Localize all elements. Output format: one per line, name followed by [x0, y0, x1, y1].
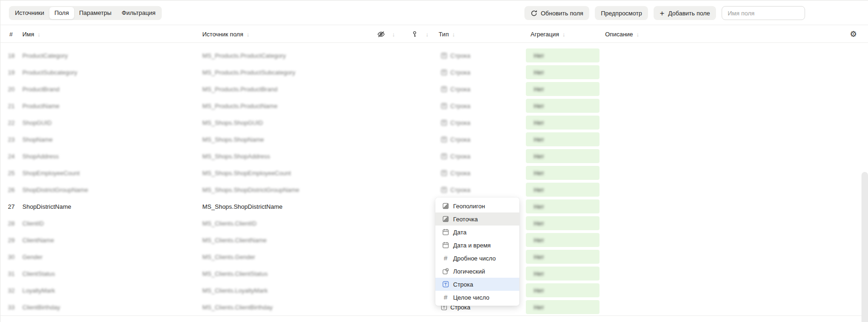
- field-name-input[interactable]: [722, 6, 805, 20]
- tab-Параметры[interactable]: Параметры: [74, 7, 117, 19]
- column-source[interactable]: Источник поля ↓: [202, 25, 249, 43]
- refresh-fields-button[interactable]: Обновить поля: [524, 6, 589, 20]
- type-menu-item[interactable]: Геополигон: [435, 199, 519, 212]
- string-type-icon: [441, 52, 448, 59]
- sort-arrow-icon[interactable]: ↓: [426, 31, 429, 38]
- column-description[interactable]: Описание ↓: [605, 25, 639, 43]
- table-row: 32 LoyaltyMark MS_Clients.LoyaltyMark Ст…: [0, 282, 868, 299]
- row-number: 19: [8, 64, 14, 81]
- sort-arrow-icon[interactable]: ↓: [37, 31, 41, 38]
- field-name[interactable]: ShopDistrictGroupName: [22, 181, 88, 198]
- string-type-icon: [441, 69, 448, 76]
- field-name[interactable]: ShopGUID: [22, 114, 52, 131]
- field-type[interactable]: Строка: [441, 131, 470, 148]
- field-type[interactable]: Строка: [441, 114, 470, 131]
- column-visibility[interactable]: ↓: [377, 25, 395, 43]
- type-menu-item-label: Строка: [453, 281, 473, 288]
- field-name[interactable]: ProductCategory: [22, 47, 68, 64]
- column-name[interactable]: Имя ↓: [22, 25, 41, 43]
- table-row: 24 ShopAddress MS_Shops.ShopAddress Стро…: [0, 148, 868, 164]
- type-menu-item[interactable]: # Дробное число: [435, 252, 519, 265]
- dataset-editor: Источники Поля Параметры Фильтрация Обно…: [0, 0, 868, 322]
- aggregation-select[interactable]: Нет: [526, 216, 599, 230]
- field-name[interactable]: ProductBrand: [22, 81, 60, 97]
- field-name[interactable]: ShopEmployeeCount: [22, 164, 80, 181]
- field-name[interactable]: ShopDistrictName: [22, 198, 71, 215]
- type-menu-item[interactable]: Геоточка: [435, 212, 519, 226]
- preview-button[interactable]: Предпросмотр: [595, 6, 648, 20]
- sort-arrow-icon[interactable]: ↓: [562, 31, 565, 38]
- sort-arrow-icon[interactable]: ↓: [247, 31, 250, 38]
- aggregation-select[interactable]: Нет: [526, 116, 599, 130]
- aggregation-select[interactable]: Нет: [526, 166, 599, 180]
- sort-arrow-icon[interactable]: ↓: [636, 31, 640, 38]
- tab-Поля[interactable]: Поля: [49, 7, 74, 19]
- aggregation-label: Нет: [534, 186, 544, 193]
- field-type[interactable]: Строка: [441, 148, 470, 164]
- aggregation-select[interactable]: Нет: [526, 300, 599, 314]
- row-number: 18: [8, 47, 14, 64]
- field-type[interactable]: Строка: [441, 164, 470, 181]
- sort-arrow-icon[interactable]: ↓: [452, 31, 455, 38]
- tab-Фильтрация[interactable]: Фильтрация: [117, 7, 161, 19]
- field-name[interactable]: ClientStatus: [22, 265, 55, 282]
- field-name[interactable]: Gender: [22, 248, 42, 265]
- aggregation-select[interactable]: Нет: [526, 267, 599, 281]
- type-menu-item[interactable]: Строка: [435, 278, 519, 291]
- field-name[interactable]: ClientName: [22, 232, 54, 248]
- field-source: MS_Shops.ShopDistrictName: [202, 198, 282, 215]
- aggregation-select[interactable]: Нет: [526, 132, 599, 146]
- aggregation-select[interactable]: Нет: [526, 199, 599, 213]
- field-name[interactable]: ClientBirthday: [22, 299, 60, 315]
- field-name[interactable]: ShopName: [22, 131, 53, 148]
- aggregation-select[interactable]: Нет: [526, 99, 599, 113]
- table-settings-gear-icon[interactable]: ⚙: [850, 25, 857, 43]
- type-menu-item[interactable]: Дата и время: [435, 239, 519, 252]
- aggregation-select[interactable]: Нет: [526, 65, 599, 79]
- column-key[interactable]: ↓: [411, 25, 429, 43]
- field-source: MS_Clients.ClientID: [202, 215, 256, 232]
- field-source: MS_Clients.ClientBirthday: [202, 299, 273, 315]
- type-menu-item[interactable]: Логический: [435, 265, 519, 278]
- tab-Источники[interactable]: Источники: [10, 7, 49, 19]
- column-type[interactable]: Тип ↓: [439, 25, 455, 43]
- sort-arrow-icon[interactable]: ↓: [392, 31, 395, 38]
- field-type[interactable]: Строка: [441, 64, 470, 81]
- table-row: 31 ClientStatus MS_Clients.ClientStatus …: [0, 265, 868, 282]
- calendar-icon: [442, 228, 449, 236]
- aggregation-select[interactable]: Нет: [526, 48, 599, 62]
- aggregation-select[interactable]: Нет: [526, 82, 599, 96]
- add-field-button[interactable]: + Добавить поле: [654, 6, 716, 20]
- field-type[interactable]: Строка: [441, 47, 470, 64]
- aggregation-select[interactable]: Нет: [526, 233, 599, 247]
- field-source: MS_Clients.LoyaltyMark: [202, 282, 268, 299]
- table-row: 29 ClientName MS_Clients.ClientName Стро…: [0, 232, 868, 248]
- row-number: 26: [8, 181, 14, 198]
- eye-off-icon: [377, 30, 385, 38]
- field-name[interactable]: ProductName: [22, 97, 59, 114]
- type-menu-item-label: Геоточка: [453, 216, 478, 223]
- field-source: MS_Clients.Gender: [202, 248, 255, 265]
- field-type[interactable]: Строка: [441, 97, 470, 114]
- field-source: MS_Shops.ShopDistrictGroupName: [202, 181, 299, 198]
- field-name[interactable]: ShopAddress: [22, 148, 59, 164]
- aggregation-label: Нет: [534, 52, 544, 59]
- field-type[interactable]: Строка: [441, 181, 470, 198]
- aggregation-select[interactable]: Нет: [526, 283, 599, 297]
- aggregation-select[interactable]: Нет: [526, 149, 599, 163]
- column-number: #: [9, 25, 13, 43]
- toolbar: Источники Поля Параметры Фильтрация Обно…: [0, 0, 868, 25]
- field-name[interactable]: LoyaltyMark: [22, 282, 55, 299]
- type-menu-item[interactable]: Дата: [435, 226, 519, 239]
- aggregation-select[interactable]: Нет: [526, 250, 599, 264]
- type-menu-item[interactable]: # Целое число: [435, 291, 519, 304]
- string-type-icon: [441, 186, 448, 193]
- aggregation-select[interactable]: Нет: [526, 183, 599, 197]
- field-name[interactable]: ProductSubcategory: [22, 64, 77, 81]
- column-aggregation[interactable]: Агрегация ↓: [530, 25, 565, 43]
- field-type[interactable]: Строка: [441, 81, 470, 97]
- table-row: 20 ProductBrand MS_Products.ProductBrand…: [0, 81, 868, 97]
- vertical-scrollbar-thumb[interactable]: [861, 172, 868, 322]
- row-number: 22: [8, 114, 14, 131]
- field-name[interactable]: ClientID: [22, 215, 44, 232]
